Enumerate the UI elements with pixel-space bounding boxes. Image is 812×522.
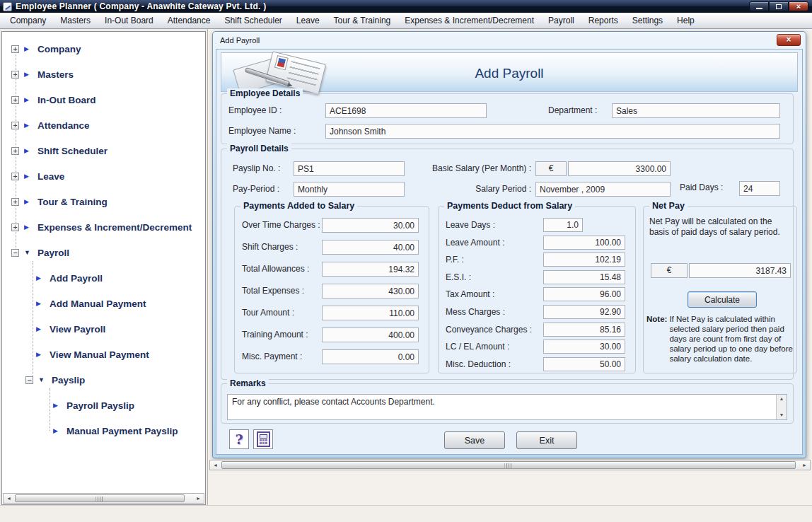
minus-box-icon[interactable]: −: [25, 376, 33, 384]
save-button[interactable]: Save: [444, 431, 505, 449]
sidebar-item-masters[interactable]: + ▶ Masters: [2, 62, 205, 87]
basic-salary-input[interactable]: [568, 161, 671, 176]
scroll-thumb[interactable]: [221, 461, 796, 469]
sidebar-item-payslip[interactable]: − ▼ Payslip: [2, 367, 205, 393]
payment-amount-input[interactable]: [543, 357, 625, 371]
salary-period-label: Salary Period :: [398, 184, 531, 194]
menu-item-attendance[interactable]: Attendance: [161, 13, 218, 28]
payment-amount-input[interactable]: [543, 218, 583, 232]
restore-button[interactable]: [769, 1, 789, 11]
menu-item-reports[interactable]: Reports: [581, 13, 625, 28]
scroll-down-icon[interactable]: ▼: [777, 411, 787, 419]
payment-row: Tour Amount :: [242, 306, 419, 327]
payment-amount-input[interactable]: [543, 305, 625, 319]
scroll-right-icon[interactable]: ►: [193, 494, 204, 503]
payment-row: Total Allowances :: [242, 262, 419, 284]
paid-days-input[interactable]: [739, 181, 780, 196]
calculator-button[interactable]: [253, 429, 273, 449]
plus-box-icon[interactable]: +: [11, 45, 19, 53]
scroll-thumb[interactable]: [15, 494, 185, 502]
close-button[interactable]: ×: [789, 1, 808, 11]
sidebar-item-company[interactable]: + ▶ Company: [2, 36, 205, 62]
payment-amount-input[interactable]: [543, 340, 625, 354]
menu-item-shift-scheduler[interactable]: Shift Scheduler: [217, 13, 289, 28]
salary-period-input[interactable]: [535, 182, 671, 197]
menu-item-company[interactable]: Company: [3, 13, 53, 28]
remarks-vertical-scrollbar[interactable]: ▲ ▼: [776, 395, 787, 419]
payment-amount-input[interactable]: [543, 323, 625, 337]
sidebar-item-tour-training[interactable]: + ▶ Tour & Training: [2, 189, 205, 214]
plus-box-icon[interactable]: +: [11, 71, 19, 79]
remarks-input[interactable]: For any conflict, please contact Account…: [228, 395, 776, 419]
payment-label: Training Amount :: [242, 327, 308, 340]
payment-amount-input[interactable]: [543, 236, 625, 250]
plus-box-icon[interactable]: +: [11, 96, 19, 104]
sidebar-item-leave[interactable]: + ▶ Leave: [2, 163, 205, 189]
pay-period-label: Pay-Period :: [233, 184, 279, 194]
sidebar-item-view-manual-payment[interactable]: ▶ View Manual Payment: [2, 342, 205, 367]
plus-box-icon[interactable]: +: [11, 198, 19, 206]
menu-item-payroll[interactable]: Payroll: [541, 13, 581, 28]
scroll-left-icon[interactable]: ◄: [4, 494, 14, 503]
exit-button[interactable]: Exit: [516, 431, 577, 449]
menu-item-in-out-board[interactable]: In-Out Board: [98, 13, 161, 28]
calculator-icon: [257, 431, 270, 447]
payment-amount-input[interactable]: [322, 284, 419, 298]
sidebar-item-payroll[interactable]: − ▼ Payroll: [2, 240, 205, 265]
employee-name-input[interactable]: [325, 124, 780, 139]
help-button[interactable]: ?: [229, 429, 249, 449]
employee-id-input[interactable]: [325, 103, 487, 118]
sidebar-item-expenses[interactable]: + ▶ Expenses & Increment/Decrement: [2, 214, 205, 240]
scroll-up-icon[interactable]: ▲: [777, 395, 787, 403]
payment-amount-input[interactable]: [322, 240, 419, 255]
sidebar-item-payroll-payslip[interactable]: ▶ Payroll Payslip: [2, 393, 205, 418]
chevron-right-icon: ▶: [53, 402, 62, 409]
minus-box-icon[interactable]: −: [11, 249, 19, 257]
sidebar-item-view-payroll[interactable]: ▶ View Payroll: [2, 316, 205, 342]
menu-item-masters[interactable]: Masters: [53, 13, 98, 28]
workspace-horizontal-scrollbar[interactable]: ◄ ►: [209, 460, 811, 470]
calculate-button[interactable]: Calculate: [688, 291, 757, 308]
remarks-group: Remarks For any conflict, please contact…: [221, 383, 794, 424]
sidebar-item-shift-scheduler[interactable]: + ▶ Shift Scheduler: [2, 138, 205, 163]
sidebar-item-label: Manual Payment Payslip: [66, 426, 178, 436]
chevron-right-icon: ▶: [36, 351, 45, 358]
department-label: Department :: [548, 105, 597, 115]
net-pay-value: [689, 263, 791, 278]
chevron-right-icon: ▶: [24, 96, 33, 103]
sidebar-item-add-payroll[interactable]: ▶ Add Payroll: [2, 265, 205, 291]
add-payroll-window-header[interactable]: Add Payroll ×: [213, 32, 806, 49]
dialog-close-button[interactable]: ×: [777, 34, 801, 46]
sidebar-item-in-out-board[interactable]: + ▶ In-Out Board: [2, 87, 205, 112]
pay-period-input[interactable]: [294, 182, 405, 197]
plus-box-icon[interactable]: +: [11, 224, 19, 231]
plus-box-icon[interactable]: +: [11, 173, 19, 180]
payment-amount-input[interactable]: [322, 218, 419, 233]
plus-box-icon[interactable]: +: [11, 147, 19, 155]
menu-item-settings[interactable]: Settings: [625, 13, 670, 28]
sidebar-horizontal-scrollbar[interactable]: ◄ ►: [3, 493, 204, 504]
payment-amount-input[interactable]: [322, 327, 419, 342]
menu-item-leave[interactable]: Leave: [289, 13, 327, 28]
paid-days-label: Paid Days :: [680, 182, 723, 192]
plus-box-icon[interactable]: +: [11, 122, 19, 129]
sidebar-item-attendance[interactable]: + ▶ Attendance: [2, 112, 205, 138]
menu-item-expenses[interactable]: Expenses & Increment/Decrement: [398, 13, 541, 28]
scroll-left-icon[interactable]: ◄: [210, 460, 221, 470]
menu-item-tour-training[interactable]: Tour & Training: [327, 13, 398, 28]
desktop-strip: [0, 505, 812, 522]
payment-amount-input[interactable]: [543, 287, 625, 301]
payment-amount-input[interactable]: [322, 262, 419, 277]
minimize-button[interactable]: [749, 1, 769, 11]
payment-amount-input[interactable]: [543, 270, 625, 284]
payment-amount-input[interactable]: [543, 253, 625, 267]
payment-amount-input[interactable]: [322, 306, 419, 320]
menu-item-help[interactable]: Help: [670, 13, 702, 28]
payment-row: Tax Amount :: [446, 287, 625, 305]
payment-amount-input[interactable]: [322, 349, 419, 364]
payment-row: Total Expenses :: [242, 284, 419, 306]
scroll-right-icon[interactable]: ►: [799, 460, 810, 470]
sidebar-item-manual-payment-payslip[interactable]: ▶ Manual Payment Payslip: [2, 418, 205, 443]
department-input[interactable]: [612, 103, 780, 118]
sidebar-item-add-manual-payment[interactable]: ▶ Add Manual Payment: [2, 291, 205, 316]
